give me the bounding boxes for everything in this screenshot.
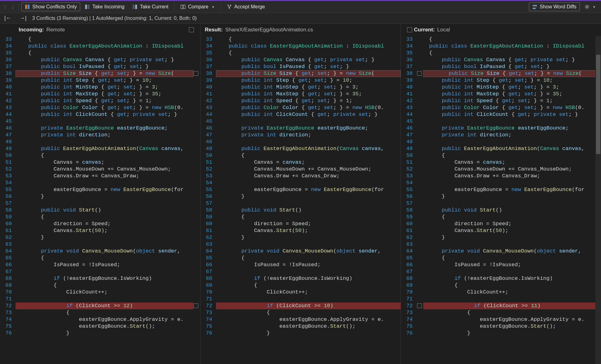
pane-result: Result: ShareX/EasterEggAboutAnimation.c… <box>200 24 401 364</box>
line-number: 64 <box>401 248 416 255</box>
code-text: { <box>416 214 601 221</box>
code-incoming[interactable]: 33 {34 public class EasterEggAboutAnimat… <box>0 36 200 364</box>
code-text: if (ClickCount >= 11) <box>423 303 601 309</box>
code-text: if (ClickCount >= 10) <box>216 303 401 309</box>
code-text: public int Speed { get; set; } = 1; <box>16 98 200 104</box>
code-text: public Color Color { get; set; } = new H… <box>416 104 601 111</box>
line-number: 44 <box>0 111 16 118</box>
code-text: ClickCount++; <box>16 289 200 296</box>
show-word-diffs-button[interactable]: Show Word Diffs <box>529 2 580 11</box>
line-number: 37 <box>401 63 416 70</box>
code-line: 33 { <box>200 36 401 43</box>
line-number: 67 <box>0 268 16 275</box>
show-conflicts-only-button[interactable]: Show Conflicts Only <box>21 2 80 11</box>
chevron-down-icon: ▼ <box>212 5 215 9</box>
code-line: 61 Canvas.Start(50); <box>0 227 200 234</box>
line-number: 46 <box>0 125 16 132</box>
line-number: 34 <box>401 43 416 50</box>
line-number: 58 <box>401 207 416 214</box>
code-line: 47 private int direction; <box>401 132 601 139</box>
code-text: { <box>216 214 401 221</box>
code-line: 37 public bool IsPaused { get; set; } <box>0 63 200 70</box>
code-text: } <box>216 234 401 241</box>
code-current[interactable]: 33 {34 public class EasterEggAboutAnimat… <box>401 36 601 364</box>
conflict-checkbox[interactable] <box>417 71 422 76</box>
code-line: 72 if (ClickCount >= 10) <box>200 303 401 309</box>
line-number: 55 <box>200 186 216 193</box>
line-number: 60 <box>0 221 16 227</box>
code-line: 53 Canvas.Draw += Canvas_Draw; <box>0 173 200 180</box>
pane-result-sub: ShareX/EasterEggAboutAnimation.cs <box>225 27 313 33</box>
code-line: 43 public Color Color { get; set; } = ne… <box>401 104 601 111</box>
take-incoming-button[interactable]: Take Incoming <box>81 2 128 11</box>
code-line: 74 easterEggBounce.ApplyGravity = e. <box>401 316 601 323</box>
line-number: 76 <box>401 330 416 337</box>
compare-button[interactable]: Compare ▼ <box>177 2 218 11</box>
last-conflict-button[interactable]: →| <box>17 14 29 22</box>
line-number: 74 <box>401 316 416 323</box>
code-text: { <box>416 282 601 289</box>
code-line: 39 public int Step { get; set; } = 10; <box>401 77 601 84</box>
line-number: 42 <box>200 98 216 104</box>
conflict-checkbox[interactable] <box>194 303 198 308</box>
svg-point-9 <box>230 5 231 6</box>
code-text: IsPaused = !IsPaused; <box>216 262 401 268</box>
code-text: public void Start() <box>216 207 401 214</box>
code-text: easterEggBounce.ApplyGravity = e. <box>216 316 401 323</box>
line-number: 73 <box>401 309 416 316</box>
line-number: 47 <box>401 132 416 139</box>
code-line: 34 public class EasterEggAboutAnimation … <box>0 43 200 50</box>
pane-current-checkbox[interactable] <box>407 27 412 32</box>
code-text: public int MaxStep { get; set; } = 35; <box>16 91 200 98</box>
code-line: 67 <box>200 268 401 275</box>
code-text: private void Canvas_MouseDown(object sen… <box>216 248 401 255</box>
pane-incoming-checkbox[interactable] <box>189 27 194 32</box>
conflict-checkbox[interactable] <box>194 71 198 76</box>
code-line: 62 } <box>0 234 200 241</box>
code-text: IsPaused = !IsPaused; <box>16 262 200 268</box>
conflict-checkbox[interactable] <box>417 303 422 308</box>
nav-down-icon[interactable]: ↓ <box>10 2 16 11</box>
code-text: easterEggBounce.Start(); <box>16 323 200 330</box>
code-line: 63 <box>0 241 200 248</box>
line-number: 56 <box>0 193 16 200</box>
code-line: 66 IsPaused = !IsPaused; <box>401 262 601 268</box>
line-number: 63 <box>401 241 416 248</box>
line-number: 51 <box>401 159 416 166</box>
line-number: 33 <box>0 36 16 43</box>
code-text <box>416 200 601 207</box>
first-conflict-button[interactable]: |← <box>2 14 14 22</box>
code-line: 47 private int direction; <box>0 132 200 139</box>
line-number: 63 <box>0 241 16 248</box>
code-line: 37 public bool IsPaused { get; set; } <box>200 63 401 70</box>
code-text: { <box>216 255 401 262</box>
line-number: 67 <box>200 268 216 275</box>
code-line: 68 if (!easterEggBounce.IsWorking) <box>401 275 601 282</box>
code-line: 36 public Canvas Canvas { get; private s… <box>0 57 200 63</box>
pane-result-header: Result: ShareX/EasterEggAboutAnimation.c… <box>200 24 401 36</box>
code-line: 75 easterEggBounce.Start(); <box>0 323 200 330</box>
take-current-button[interactable]: Take Current <box>129 2 172 11</box>
scrollbar-thumb[interactable] <box>596 55 600 154</box>
code-line: 57 <box>200 200 401 207</box>
code-text: public EasterEggAboutAnimation(Canvas ca… <box>416 145 601 152</box>
code-text: easterEggBounce.ApplyGravity = e. <box>416 316 601 323</box>
code-text: public Size Size { get; set; } = new Siz… <box>216 70 401 77</box>
line-number: 66 <box>0 262 16 268</box>
code-result[interactable]: 33 {34 public class EasterEggAboutAnimat… <box>200 36 401 364</box>
code-line: 34 public class EasterEggAboutAnimation … <box>200 43 401 50</box>
code-line: 54 <box>0 180 200 186</box>
code-line: 52 Canvas.MouseDown += Canvas_MouseDown; <box>0 166 200 173</box>
code-text: easterEggBounce.Start(); <box>216 323 401 330</box>
line-number: 41 <box>0 91 16 98</box>
code-line: 66 IsPaused = !IsPaused; <box>0 262 200 268</box>
line-number: 61 <box>401 227 416 234</box>
line-number: 59 <box>0 214 16 221</box>
nav-up-icon[interactable]: ↑ <box>2 2 8 11</box>
code-text: public int MaxStep { get; set; } = 35; <box>416 91 601 98</box>
accept-merge-button[interactable]: Accept Merge <box>223 2 268 11</box>
settings-button[interactable]: ▼ <box>581 3 599 11</box>
code-text: Canvas.Start(50); <box>16 227 200 234</box>
line-number: 36 <box>401 57 416 63</box>
vertical-scrollbar[interactable] <box>595 36 601 364</box>
